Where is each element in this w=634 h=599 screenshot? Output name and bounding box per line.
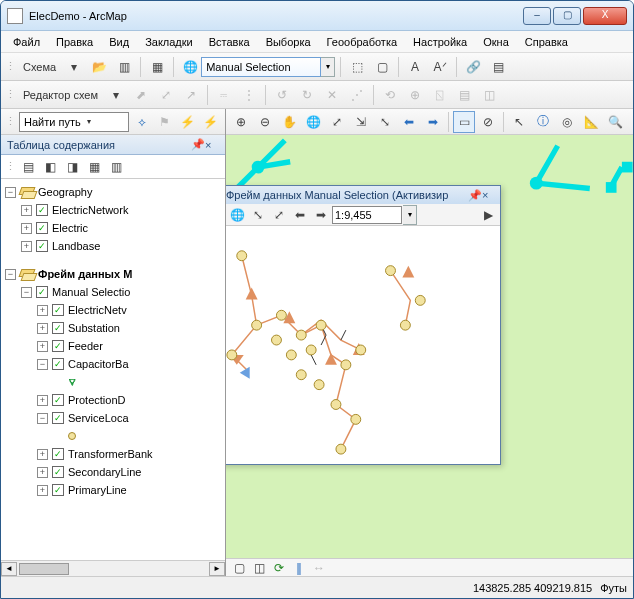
menu-view[interactable]: Вид [103,34,135,50]
tree-node-geography[interactable]: − Geography [5,183,225,201]
overview-scale-input[interactable] [332,206,402,224]
meas-icon[interactable]: 📐 [580,111,602,133]
tree-node-primaryline[interactable]: + ✓ PrimaryLine [5,481,225,499]
tree-node-manualsel[interactable]: − ✓ Manual Selectio [5,283,225,301]
close-button[interactable]: X [583,7,627,25]
tree-node-landbase[interactable]: + ✓ Landbase [5,237,225,255]
fwd-icon[interactable]: ➡ [422,111,444,133]
select-icon[interactable]: ▭ [453,111,475,133]
tree-node-electric[interactable]: + ✓ Electric [5,219,225,237]
scroll-thumb[interactable] [19,563,69,575]
flag-icon[interactable]: ⚑ [155,111,175,133]
tree-node-frame[interactable]: − Фрейм данных M [5,265,225,283]
ed-i6-icon[interactable]: ↺ [271,84,293,106]
ed-i5-icon[interactable]: ⋮ [238,84,260,106]
text1-icon[interactable]: A [404,56,426,78]
zoomout-icon[interactable]: ⊖ [254,111,276,133]
minimize-button[interactable]: – [523,7,551,25]
menu-selection[interactable]: Выборка [260,34,317,50]
bt-i5-icon[interactable]: ↔ [310,560,328,576]
layout-icon[interactable]: ▦ [146,56,168,78]
editor-dropdown-arrow[interactable]: ▾ [105,84,127,106]
tree-node-secondaryline[interactable]: + ✓ SecondaryLine [5,463,225,481]
frame2-icon[interactable]: ▢ [371,56,393,78]
ed-i14-icon[interactable]: ◫ [479,84,501,106]
tree-node-transformerbank[interactable]: + ✓ TransformerBank [5,445,225,463]
scroll-right-icon[interactable]: ► [209,562,225,576]
ed-i3-icon[interactable]: ↗ [180,84,202,106]
ov-run-icon[interactable]: ▶ [478,205,498,225]
ov-scale-arrow[interactable]: ▾ [403,205,417,225]
pointer-icon[interactable]: ↖ [508,111,530,133]
map-canvas[interactable]: Просмотр - Фрейм данных Manual Selection… [226,135,634,558]
selection-combo[interactable]: 🌐 Manual Selection ▾ [179,56,335,78]
bt-i4-icon[interactable]: ‖ [290,560,308,576]
checkbox[interactable]: ✓ [52,466,64,478]
bt-i1-icon[interactable]: ▢ [230,560,248,576]
toc-tool2-icon[interactable]: ◧ [40,157,60,177]
tree-node-capacitorba[interactable]: − ✓ CapacitorBa [5,355,225,373]
layers-icon[interactable]: ▤ [487,56,509,78]
toc-tool3-icon[interactable]: ◨ [62,157,82,177]
zfix1-icon[interactable]: ⇲ [350,111,372,133]
toc-tool4-icon[interactable]: ▦ [84,157,104,177]
scroll-left-icon[interactable]: ◄ [1,562,17,576]
menu-edit[interactable]: Правка [50,34,99,50]
zoomin-icon[interactable]: ⊕ [230,111,252,133]
checkbox[interactable]: ✓ [36,286,48,298]
toc-tool5-icon[interactable]: ▥ [106,157,126,177]
pin-icon[interactable]: 📌 [191,138,205,151]
bt-i3-icon[interactable]: ⟳ [270,560,288,576]
ed-i9-icon[interactable]: ⋰ [346,84,368,106]
toc-scrollbar[interactable]: ◄ ► [1,560,225,576]
ov-globe-icon[interactable]: 🌐 [227,205,247,225]
globe-icon[interactable]: 🌐 [302,111,324,133]
pan-icon[interactable]: ✋ [278,111,300,133]
checkbox[interactable]: ✓ [52,412,64,424]
toc-tool1-icon[interactable]: ▤ [18,157,38,177]
ov-back-icon[interactable]: ⬅ [290,205,310,225]
overview-close-icon[interactable]: × [482,189,496,201]
ov-fit-icon[interactable]: ⤢ [269,205,289,225]
tree-node-electricnetv[interactable]: + ✓ ElectricNetv [5,301,225,319]
schema-dropdown-arrow[interactable]: ▾ [63,56,85,78]
menu-file[interactable]: Файл [7,34,46,50]
zfix2-icon[interactable]: ⤡ [374,111,396,133]
checkbox[interactable]: ✓ [52,358,64,370]
tree-node-feeder[interactable]: + ✓ Feeder [5,337,225,355]
ed-i10-icon[interactable]: ⟲ [379,84,401,106]
info-icon[interactable]: ⓘ [532,111,554,133]
frame1-icon[interactable]: ⬚ [346,56,368,78]
ed-i2-icon[interactable]: ⤢ [155,84,177,106]
tree-node-protectiond[interactable]: + ✓ ProtectionD [5,391,225,409]
bolt1-icon[interactable]: ⚡ [178,111,198,133]
back-icon[interactable]: ⬅ [398,111,420,133]
checkbox[interactable]: ✓ [52,322,64,334]
ed-i13-icon[interactable]: ▤ [454,84,476,106]
checkbox[interactable]: ✓ [52,448,64,460]
tree-node-electricnetwork[interactable]: + ✓ ElectricNetwork [5,201,225,219]
menu-help[interactable]: Справка [519,34,574,50]
ed-i8-icon[interactable]: ✕ [321,84,343,106]
clear-icon[interactable]: ⊘ [477,111,499,133]
text2-icon[interactable]: Aᐟ [429,56,451,78]
checkbox[interactable]: ✓ [52,394,64,406]
checkbox[interactable]: ✓ [52,304,64,316]
checkbox[interactable]: ✓ [52,340,64,352]
overview-titlebar[interactable]: Просмотр - Фрейм данных Manual Selection… [226,186,500,204]
maximize-button[interactable]: ▢ [553,7,581,25]
menu-geoprocessing[interactable]: Геообработка [321,34,404,50]
tree-node-substation[interactable]: + ✓ Substation [5,319,225,337]
ov-full-icon[interactable]: ⤡ [248,205,268,225]
menu-customize[interactable]: Настройка [407,34,473,50]
ed-i4-icon[interactable]: ⎓ [213,84,235,106]
ed-i7-icon[interactable]: ↻ [296,84,318,106]
chain-icon[interactable]: 🔗 [462,56,484,78]
ed-i12-icon[interactable]: ⍂ [429,84,451,106]
checkbox[interactable]: ✓ [36,222,48,234]
menu-windows[interactable]: Окна [477,34,515,50]
new-doc-icon[interactable]: ▥ [113,56,135,78]
menu-bookmarks[interactable]: Закладки [139,34,199,50]
route-icon[interactable]: ⟡ [132,111,152,133]
bolt2-icon[interactable]: ⚡ [201,111,221,133]
